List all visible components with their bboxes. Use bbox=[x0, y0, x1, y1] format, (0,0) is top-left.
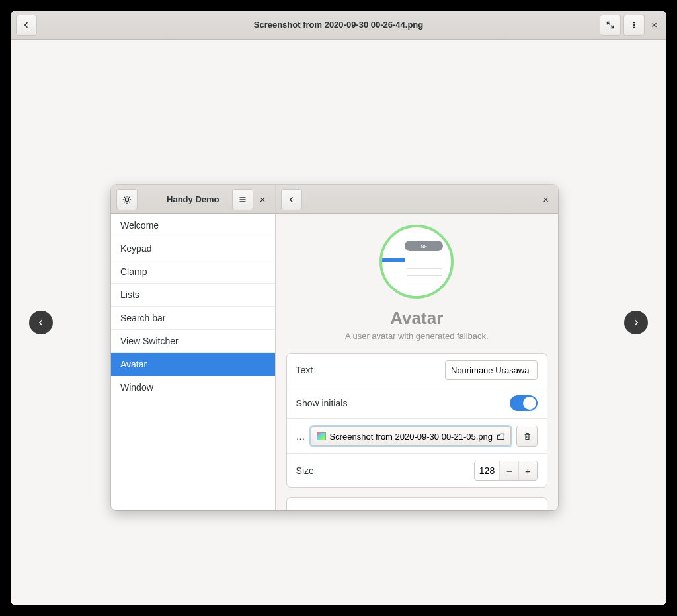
svg-line-10 bbox=[124, 202, 125, 202]
close-button[interactable]: × bbox=[646, 19, 662, 30]
delete-file-button[interactable] bbox=[516, 426, 538, 447]
svg-point-3 bbox=[125, 198, 128, 201]
file-name: Screenshot from 2020-09-30 00-21-05.png bbox=[330, 432, 493, 442]
previous-image-button[interactable] bbox=[29, 311, 53, 334]
size-spinbutton: 128 − + bbox=[474, 461, 538, 481]
menu-button[interactable] bbox=[623, 15, 645, 36]
handy-demo-window: Handy Demo × Welcome Keypad Clamp Lists … bbox=[111, 185, 558, 510]
image-viewer-window: Screenshot from 2020-09-30 00-26-44.png … bbox=[11, 11, 666, 605]
file-label: … bbox=[296, 431, 305, 442]
content-subtitle: A user avatar with generated fallback. bbox=[345, 331, 489, 341]
svg-point-1 bbox=[633, 24, 635, 25]
back-button[interactable] bbox=[16, 15, 37, 36]
sidebar-close-button[interactable]: × bbox=[255, 194, 271, 205]
content-pane: × NF Avatar bbox=[276, 185, 558, 510]
row-file: … Screenshot from 2020-09-30 00-21-05.pn… bbox=[287, 419, 547, 454]
sidebar-item-searchbar[interactable]: Search bar bbox=[111, 307, 275, 330]
sidebar-pane: Handy Demo × Welcome Keypad Clamp Lists … bbox=[111, 185, 276, 510]
svg-line-9 bbox=[129, 202, 130, 202]
content-close-button[interactable]: × bbox=[538, 194, 554, 205]
text-label: Text bbox=[296, 365, 445, 375]
sidebar-item-clamp[interactable]: Clamp bbox=[111, 260, 275, 284]
viewer-headerbar: Screenshot from 2020-09-30 00-26-44.png … bbox=[11, 11, 666, 40]
row-size: Size 128 − + bbox=[287, 454, 547, 487]
next-image-button[interactable] bbox=[624, 311, 648, 334]
open-icon bbox=[497, 432, 505, 441]
content-headerbar: × bbox=[276, 185, 558, 214]
viewer-title: Screenshot from 2020-09-30 00-26-44.png bbox=[11, 20, 666, 30]
image-icon bbox=[317, 432, 326, 440]
sidebar-item-viewswitcher[interactable]: View Switcher bbox=[111, 330, 275, 353]
size-decrement[interactable]: − bbox=[500, 461, 518, 480]
sidebar-item-keypad[interactable]: Keypad bbox=[111, 237, 275, 260]
hamburger-button[interactable] bbox=[232, 189, 253, 210]
sidebar-headerbar: Handy Demo × bbox=[111, 185, 275, 214]
content-back-button[interactable] bbox=[281, 189, 302, 210]
svg-point-2 bbox=[633, 26, 635, 28]
file-chooser-button[interactable]: Screenshot from 2020-09-30 00-21-05.png bbox=[311, 426, 511, 446]
show-initials-label: Show initials bbox=[296, 398, 510, 408]
content-title: Avatar bbox=[390, 308, 443, 328]
sidebar-item-lists[interactable]: Lists bbox=[111, 284, 275, 307]
sidebar-list: Welcome Keypad Clamp Lists Search bar Vi… bbox=[111, 214, 275, 510]
avatar-hero: NF Avatar A user avatar with generated f… bbox=[286, 225, 547, 341]
avatar-image: NF bbox=[379, 225, 454, 299]
row-show-initials: Show initials bbox=[287, 387, 547, 419]
size-label: Size bbox=[296, 465, 474, 476]
viewer-body: Handy Demo × Welcome Keypad Clamp Lists … bbox=[11, 40, 666, 605]
brightness-button[interactable] bbox=[116, 189, 138, 210]
svg-line-11 bbox=[129, 196, 130, 197]
settings-card: Text Show initials … Screenshot from 202… bbox=[286, 353, 547, 488]
sidebar-item-welcome[interactable]: Welcome bbox=[111, 214, 275, 237]
svg-line-8 bbox=[124, 196, 125, 197]
content-scroll[interactable]: NF Avatar A user avatar with generated f… bbox=[276, 214, 558, 510]
text-input[interactable] bbox=[445, 360, 538, 380]
size-increment[interactable]: + bbox=[518, 461, 537, 480]
show-initials-toggle[interactable] bbox=[510, 395, 538, 411]
sidebar-item-window[interactable]: Window bbox=[111, 376, 275, 399]
row-text: Text bbox=[287, 354, 547, 387]
sidebar-item-avatar[interactable]: Avatar bbox=[111, 353, 275, 376]
size-value[interactable]: 128 bbox=[475, 461, 500, 480]
svg-point-0 bbox=[633, 22, 635, 23]
settings-card-2 bbox=[286, 497, 547, 510]
fullscreen-button[interactable] bbox=[600, 15, 621, 36]
avatar-badge: NF bbox=[405, 241, 443, 251]
